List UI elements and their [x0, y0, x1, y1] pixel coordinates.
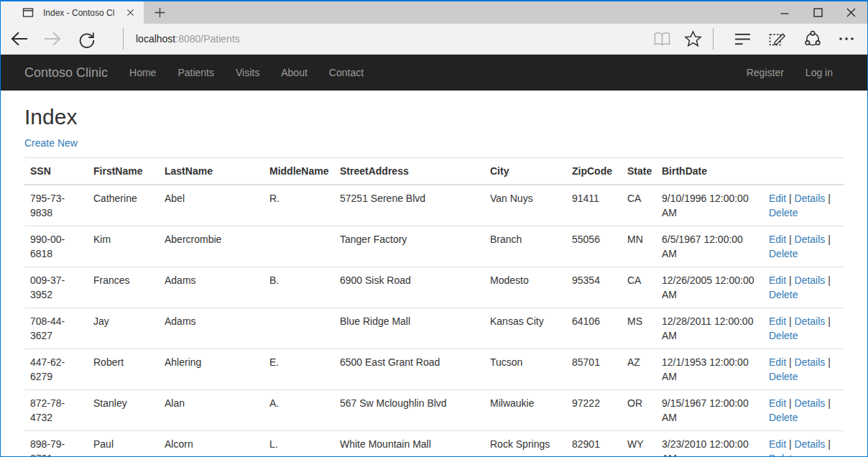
cell-lastname: Adams [159, 308, 264, 349]
cell-zipcode: 97222 [566, 390, 622, 431]
delete-link[interactable]: Delete [769, 371, 798, 382]
create-new-link[interactable]: Create New [24, 136, 844, 150]
cell-middlename [264, 308, 334, 349]
details-link[interactable]: Details [795, 193, 826, 204]
details-link[interactable]: Details [795, 234, 826, 245]
cell-actions: Edit | Details | Delete [763, 185, 844, 226]
delete-link[interactable]: Delete [769, 412, 798, 423]
link-separator: | [828, 438, 831, 450]
nav-item-home[interactable]: Home [119, 55, 167, 91]
cell-zipcode: 91411 [566, 185, 622, 226]
col-streetaddress: StreetAddress [334, 158, 484, 185]
col-state: State [622, 158, 656, 185]
link-separator: | [789, 315, 792, 327]
link-separator: | [789, 274, 792, 286]
cell-middlename: A. [264, 390, 334, 431]
cell-lastname: Abercrombie [159, 226, 264, 267]
hub-lines-icon[interactable] [731, 26, 753, 52]
maximize-icon[interactable] [801, 1, 834, 24]
details-link[interactable]: Details [795, 274, 826, 286]
edit-link[interactable]: Edit [769, 438, 786, 450]
cell-middlename: L. [264, 431, 334, 457]
col-ssn: SSN [24, 158, 88, 185]
link-separator: | [789, 234, 792, 245]
cell-state: MN [622, 226, 656, 267]
book-icon[interactable] [651, 26, 673, 52]
forward-arrow-icon[interactable] [42, 26, 63, 52]
nav-item-about[interactable]: About [270, 55, 318, 91]
delete-link[interactable]: Delete [769, 207, 798, 218]
nav-item-register[interactable]: Register [736, 55, 795, 91]
share-icon[interactable] [802, 26, 823, 52]
cell-streetaddress: White Mountain Mall [334, 431, 484, 457]
details-link[interactable]: Details [795, 438, 826, 450]
edit-link[interactable]: Edit [769, 356, 786, 368]
table-row: 447-62-6279 Robert Ahlering E. 6500 East… [24, 349, 844, 390]
cell-zipcode: 64106 [566, 308, 622, 349]
web-note-pencil-icon[interactable] [767, 26, 788, 52]
cell-state: OR [622, 390, 656, 431]
edit-link[interactable]: Edit [769, 397, 786, 409]
nav-item-contact[interactable]: Contact [318, 55, 374, 91]
delete-link[interactable]: Delete [769, 453, 798, 456]
cell-streetaddress: 6900 Sisk Road [334, 267, 484, 308]
cell-middlename: B. [264, 267, 334, 308]
cell-firstname: Catherine [88, 185, 159, 226]
tab-title: Index - Contoso Clinic [43, 8, 114, 18]
cell-city: Van Nuys [484, 185, 566, 226]
delete-link[interactable]: Delete [769, 330, 798, 341]
close-icon[interactable] [834, 1, 867, 24]
col-middlename: MiddleName [264, 158, 334, 185]
nav-item-visits[interactable]: Visits [225, 55, 270, 91]
ellipsis-icon[interactable] [836, 26, 857, 52]
cell-firstname: Stanley [88, 390, 159, 431]
details-link[interactable]: Details [795, 356, 826, 368]
cell-ssn: 447-62-6279 [24, 349, 88, 390]
delete-link[interactable]: Delete [769, 289, 798, 300]
refresh-icon[interactable] [75, 26, 97, 52]
nav-item-patients[interactable]: Patients [167, 55, 225, 91]
edit-link[interactable]: Edit [769, 234, 786, 245]
table-row: 990-00-6818 Kim Abercrombie Tanger Facto… [24, 226, 844, 267]
browser-tab[interactable]: Index - Contoso Clinic [1, 1, 144, 24]
edit-link[interactable]: Edit [769, 193, 786, 204]
navbar-brand[interactable]: Contoso Clinic [24, 55, 119, 91]
cell-ssn: 009-37-3952 [24, 267, 88, 308]
tab-close-icon[interactable] [124, 6, 137, 19]
page-title: Index [24, 105, 844, 129]
cell-streetaddress: 6500 East Grant Road [334, 349, 484, 390]
navbar-links: Home Patients Visits About Contact [119, 55, 374, 91]
link-separator: | [789, 193, 792, 204]
cell-firstname: Paul [88, 431, 159, 457]
star-icon[interactable] [682, 26, 703, 52]
link-separator: | [828, 193, 831, 204]
details-link[interactable]: Details [795, 397, 826, 409]
link-separator: | [828, 356, 831, 368]
table-row: 009-37-3952 Frances Adams B. 6900 Sisk R… [24, 267, 844, 308]
cell-ssn: 872-78-4732 [24, 390, 88, 431]
cell-streetaddress: 567 Sw Mcloughlin Blvd [334, 390, 484, 431]
navbar-account-links: Register Log in [736, 55, 844, 91]
cell-firstname: Jay [88, 308, 159, 349]
back-arrow-icon[interactable] [8, 26, 29, 52]
cell-actions: Edit | Details | Delete [763, 267, 844, 308]
address-bar[interactable]: localhost:8080/Patients [136, 33, 651, 45]
edit-link[interactable]: Edit [769, 274, 786, 286]
minimize-icon[interactable] [768, 1, 801, 24]
link-separator: | [828, 397, 831, 409]
edit-link[interactable]: Edit [769, 315, 786, 327]
cell-state: CA [622, 267, 656, 308]
col-firstname: FirstName [88, 158, 159, 185]
details-link[interactable]: Details [795, 315, 826, 327]
cell-actions: Edit | Details | Delete [763, 431, 844, 457]
cell-lastname: Ahlering [159, 349, 264, 390]
url-host: localhost [136, 33, 175, 45]
page-icon [22, 7, 34, 18]
link-separator: | [828, 274, 831, 286]
new-tab-button[interactable] [144, 1, 175, 24]
nav-item-login[interactable]: Log in [795, 55, 844, 91]
table-row: 898-79-2701 Paul Alcorn L. White Mountai… [24, 431, 844, 457]
delete-link[interactable]: Delete [769, 248, 798, 259]
url-path: :8080/Patients [175, 33, 240, 45]
cell-zipcode: 85701 [566, 349, 622, 390]
